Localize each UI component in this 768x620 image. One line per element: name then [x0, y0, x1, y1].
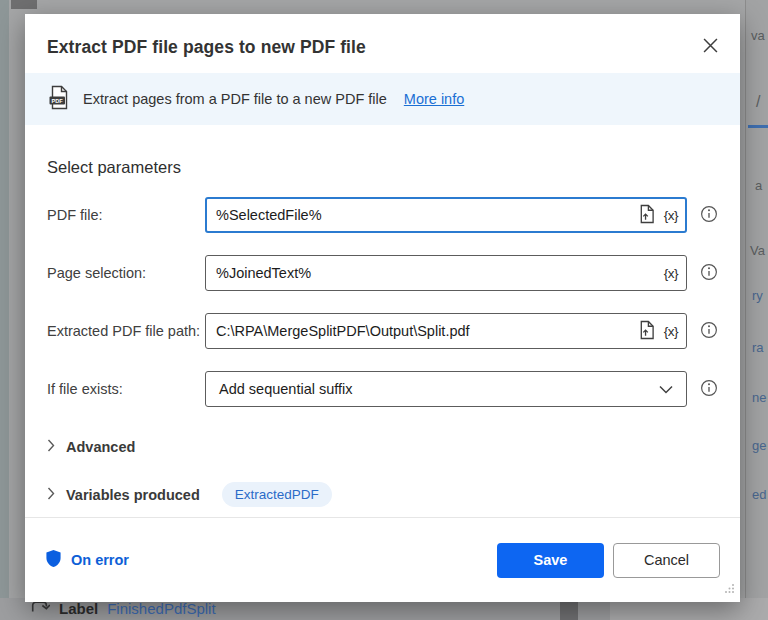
extracted-path-label: Extracted PDF file path: — [47, 323, 205, 339]
pdf-file-label: PDF file: — [47, 207, 205, 223]
bg-text-fragment: a — [755, 178, 762, 193]
background-action-name: Label — [59, 600, 98, 617]
page-selection-row: Page selection: {x} — [47, 255, 718, 291]
page-selection-input[interactable] — [205, 255, 687, 291]
extracted-path-info-button[interactable] — [700, 321, 718, 342]
cancel-button[interactable]: Cancel — [613, 543, 720, 578]
produced-variable-pill[interactable]: ExtractedPDF — [222, 482, 332, 507]
page-selection-info-button[interactable] — [700, 263, 718, 284]
on-error-label: On error — [71, 552, 129, 568]
advanced-expander[interactable]: Advanced — [47, 438, 718, 456]
background-left-strip — [0, 0, 9, 620]
bg-link-fragment: ry — [752, 288, 763, 303]
file-upload-icon — [638, 320, 655, 343]
bg-link-fragment: ne — [752, 390, 766, 405]
page-selection-label: Page selection: — [47, 265, 205, 281]
if-file-exists-row: If file exists: Add sequential suffix — [47, 371, 718, 407]
page-selection-input-wrap: {x} — [205, 255, 687, 291]
info-banner: PDF Extract pages from a PDF file to a n… — [25, 73, 740, 125]
chevron-right-icon — [47, 486, 55, 504]
variable-picker-icon[interactable]: {x} — [664, 208, 678, 223]
section-heading: Select parameters — [47, 158, 718, 177]
if-file-exists-select[interactable]: Add sequential suffix — [205, 371, 687, 407]
background-toolbar-fragment — [11, 0, 37, 9]
dialog-header: Extract PDF file pages to new PDF file — [25, 14, 740, 73]
bg-text-fragment: / — [756, 93, 760, 111]
variable-picker-icon[interactable]: {x} — [664, 324, 678, 339]
pdf-file-info-button[interactable] — [700, 205, 718, 226]
if-file-exists-label: If file exists: — [47, 381, 205, 397]
info-icon — [700, 379, 718, 400]
extracted-path-row: Extracted PDF file path: {x} — [47, 313, 718, 349]
advanced-label: Advanced — [66, 439, 135, 455]
info-icon — [700, 263, 718, 284]
extract-pdf-dialog: Extract PDF file pages to new PDF file P… — [25, 14, 740, 602]
bg-link-fragment: ed — [752, 487, 766, 502]
more-info-link[interactable]: More info — [404, 91, 464, 107]
chevron-right-icon — [47, 438, 55, 456]
pdf-file-input[interactable] — [205, 197, 687, 233]
banner-description: Extract pages from a PDF file to a new P… — [83, 91, 387, 107]
svg-text:PDF: PDF — [52, 97, 64, 103]
variables-produced-label: Variables produced — [66, 487, 200, 503]
info-icon — [700, 205, 718, 226]
close-button[interactable] — [698, 35, 722, 59]
bg-text-fragment: va — [751, 28, 765, 43]
dialog-content: Select parameters PDF file: — [25, 158, 740, 507]
background-action-value: FinishedPdfSplit — [107, 600, 215, 617]
dialog-title: Extract PDF file pages to new PDF file — [47, 37, 366, 57]
bg-link-fragment: ra — [752, 340, 764, 355]
bg-text-fragment: Va — [750, 243, 765, 258]
bg-link-fragment: ge — [752, 438, 766, 453]
extracted-path-input[interactable] — [205, 313, 687, 349]
variables-produced-expander[interactable]: Variables produced ExtractedPDF — [47, 482, 718, 507]
pdf-file-input-wrap: {x} — [205, 197, 687, 233]
file-picker-button[interactable] — [638, 320, 655, 343]
close-icon — [703, 38, 718, 56]
resize-grip[interactable] — [724, 580, 735, 598]
dialog-footer: On error Save Cancel — [25, 517, 740, 602]
bg-accent-line — [748, 125, 768, 128]
if-file-exists-info-button[interactable] — [700, 379, 718, 400]
chevron-down-icon — [659, 381, 673, 397]
selected-option: Add sequential suffix — [219, 381, 353, 397]
save-button[interactable]: Save — [497, 543, 604, 578]
extracted-path-input-wrap: {x} — [205, 313, 687, 349]
pdf-file-row: PDF file: {x} — [47, 197, 718, 233]
file-picker-button[interactable] — [638, 204, 655, 227]
info-icon — [700, 321, 718, 342]
variable-picker-icon[interactable]: {x} — [664, 266, 678, 281]
shield-icon — [45, 549, 62, 571]
file-upload-icon — [638, 204, 655, 227]
on-error-button[interactable]: On error — [45, 549, 129, 571]
pdf-document-icon: PDF — [47, 85, 70, 114]
